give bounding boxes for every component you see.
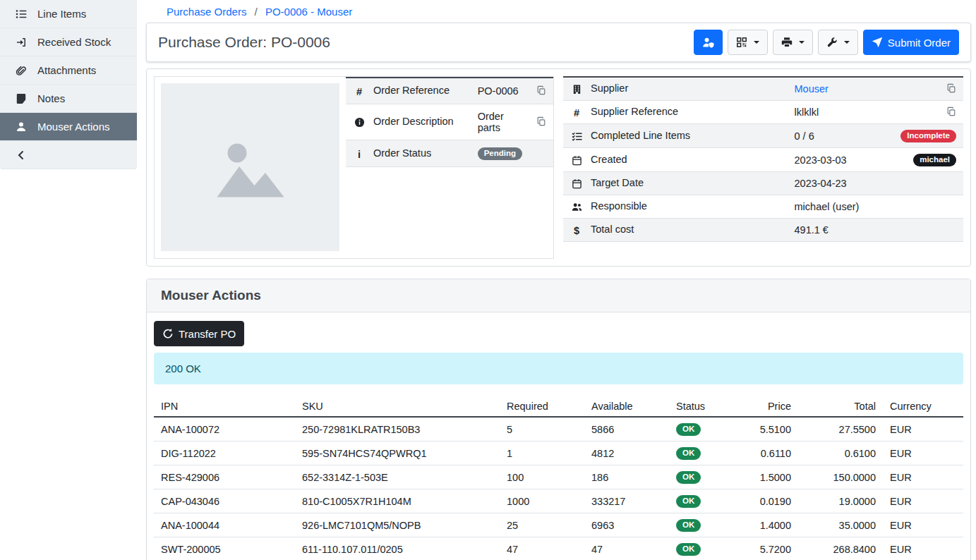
panel-body: Transfer PO 200 OK IPN SKU Required: [147, 312, 970, 560]
sidebar-item-label: Received Stock: [37, 36, 111, 48]
transfer-po-button[interactable]: Transfer PO: [154, 321, 244, 346]
hash-icon: #: [570, 107, 583, 118]
column-header-status: Status: [669, 396, 731, 417]
order-actions-button[interactable]: [818, 30, 858, 55]
sku-cell: 250-72981KLRATR150B3: [295, 417, 500, 442]
paperclip-icon: [15, 65, 28, 76]
sidebar-item-label: Line Items: [37, 8, 86, 20]
status-cell: OK: [669, 537, 731, 560]
order-image[interactable]: [161, 83, 339, 251]
barcode-actions-button[interactable]: [728, 30, 768, 55]
price-cell: 5.5100: [731, 417, 798, 442]
total-cell: 19.0000: [798, 489, 883, 513]
sidebar-item-attachments[interactable]: Attachments: [0, 56, 137, 85]
sidebar-item-line-items[interactable]: Line Items: [0, 0, 137, 28]
ok-badge: OK: [676, 519, 701, 532]
table-row: CAP-043046 810-C1005X7R1H104M 1000 33321…: [154, 489, 963, 513]
table-row: RES-429006 652-3314Z-1-503E 100 186 OK 1…: [154, 465, 963, 489]
info-circle-icon: [353, 117, 366, 128]
sidebar: Line Items Received Stock Attachments No…: [0, 0, 137, 560]
print-actions-button[interactable]: [773, 30, 813, 55]
sidebar-item-label: Notes: [37, 92, 65, 104]
breadcrumb-separator: /: [255, 6, 258, 18]
sidebar-item-label: Attachments: [37, 64, 96, 76]
copy-icon[interactable]: [946, 106, 956, 118]
sku-cell: 810-C1005X7R1H104M: [295, 489, 500, 513]
status-cell: OK: [669, 489, 731, 513]
detail-value: 2023-03-03: [788, 148, 879, 172]
currency-cell: EUR: [883, 465, 963, 489]
sidebar-item-mouser-actions[interactable]: Mouser Actions: [0, 113, 137, 141]
available-cell: 186: [584, 465, 669, 489]
detail-label: Target Date: [591, 177, 644, 188]
ipn-cell: SWT-200005: [154, 537, 295, 560]
hash-icon: #: [353, 86, 366, 97]
copy-icon[interactable]: [946, 83, 956, 95]
supplier-link[interactable]: Mouser: [795, 83, 829, 95]
sku-cell: 611-110.107.011/0205: [295, 537, 500, 560]
mouser-actions-panel: Mouser Actions Transfer PO 200 OK: [146, 279, 971, 560]
caret-down-icon: [844, 41, 850, 44]
user-roles-button[interactable]: [694, 30, 723, 55]
status-cell: OK: [669, 417, 731, 442]
required-cell: 1000: [500, 489, 584, 513]
detail-label: Supplier Reference: [591, 106, 678, 117]
available-cell: 6963: [584, 513, 669, 537]
currency-cell: EUR: [883, 442, 963, 465]
total-cell: 0.6100: [798, 442, 883, 465]
detail-label: Created: [591, 154, 627, 165]
caret-down-icon: [799, 41, 805, 44]
image-placeholder-icon: [208, 128, 293, 206]
detail-label: Responsible: [591, 200, 647, 212]
column-header-currency: Currency: [883, 396, 963, 417]
price-cell: 0.6110: [731, 442, 798, 465]
breadcrumb-link-current-order[interactable]: PO-0006 - Mouser: [265, 6, 352, 18]
sidebar-item-notes[interactable]: Notes: [0, 85, 137, 113]
ipn-cell: CAP-043046: [154, 489, 295, 513]
ipn-cell: ANA-100072: [154, 417, 295, 442]
refresh-icon: [162, 328, 174, 339]
currency-cell: EUR: [883, 513, 963, 537]
available-cell: 47: [584, 537, 669, 560]
currency-cell: EUR: [883, 489, 963, 513]
detail-value: michael (user): [788, 195, 879, 219]
building-icon: [570, 84, 583, 95]
detail-row: #Order Reference PO-0006: [346, 78, 553, 104]
page-header: Purchase Order: PO-0006: [146, 23, 971, 62]
detail-row: Completed Line Items 0 / 6 Incomplete: [563, 124, 963, 148]
breadcrumb-link-purchase-orders[interactable]: Purchase Orders: [167, 6, 246, 18]
detail-value: 2023-04-23: [788, 172, 879, 195]
sidebar-item-received-stock[interactable]: Received Stock: [0, 28, 137, 56]
order-summary-box: #Order Reference PO-0006 Order Descripti…: [154, 76, 554, 259]
mouser-order-table: IPN SKU Required Available Status Price …: [154, 396, 963, 560]
submit-order-button[interactable]: Submit Order: [863, 30, 959, 55]
header-actions: Submit Order: [694, 30, 959, 55]
sidebar-collapse-button[interactable]: [0, 141, 137, 169]
required-cell: 5: [500, 417, 584, 442]
person-shield-icon: [702, 37, 714, 49]
ok-badge: OK: [676, 543, 701, 556]
detail-value: PO-0006: [471, 78, 529, 104]
detail-row: $Total cost 491.1 €: [563, 219, 963, 242]
calendar-icon: [570, 178, 583, 190]
available-cell: 4812: [584, 442, 669, 465]
users-icon: [570, 202, 583, 213]
main-content: Purchase Orders / PO-0006 - Mouser Purch…: [137, 0, 976, 560]
required-cell: 25: [500, 513, 584, 537]
panel-header: Mouser Actions: [147, 279, 970, 312]
copy-icon[interactable]: [536, 85, 546, 97]
transfer-po-label: Transfer PO: [179, 328, 236, 340]
supplier-info-box: Supplier Mouser #Supplier Reference lklk…: [563, 76, 963, 259]
table-row: DIG-112022 595-SN74HCS74QPWRQ1 1 4812 OK…: [154, 442, 963, 465]
total-cell: 268.8400: [798, 537, 883, 560]
detail-label: Order Description: [373, 116, 454, 127]
status-cell: OK: [669, 465, 731, 489]
breadcrumb: Purchase Orders / PO-0006 - Mouser: [146, 0, 971, 23]
sku-cell: 652-3314Z-1-503E: [295, 465, 500, 489]
panel-title: Mouser Actions: [161, 288, 956, 303]
list-icon: [15, 8, 28, 20]
copy-icon[interactable]: [536, 116, 546, 128]
incomplete-badge: Incomplete: [900, 130, 956, 143]
available-cell: 5866: [584, 417, 669, 442]
column-header-sku: SKU: [295, 396, 500, 417]
